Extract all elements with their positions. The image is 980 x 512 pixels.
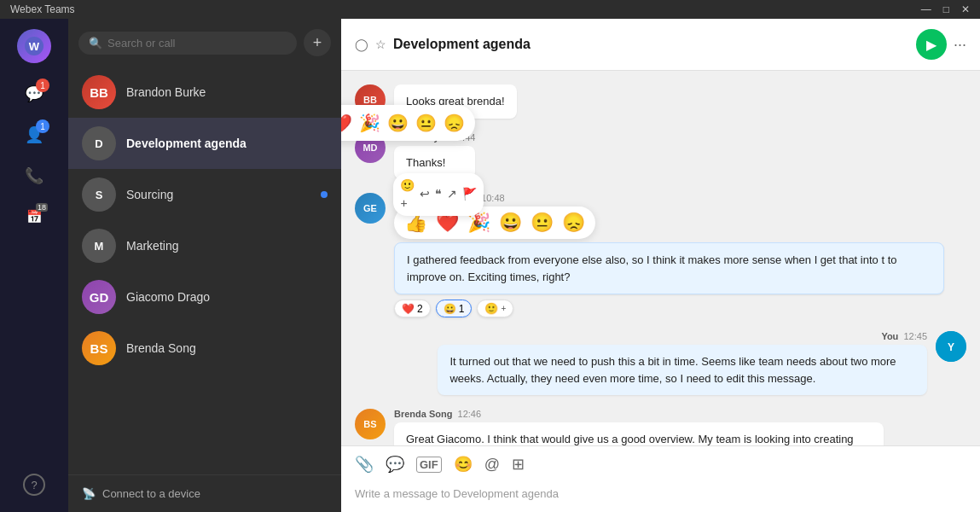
- contact-name-giacomo: Giacomo Drago: [126, 290, 328, 304]
- app-window: Webex Teams — □ ✕ W 💬 1 👤 1: [0, 0, 980, 512]
- attachment-icon[interactable]: 📎: [355, 455, 374, 474]
- contact-name-devagenda: Development agenda: [126, 137, 328, 150]
- search-bar: 🔍 +: [68, 19, 341, 67]
- chat-header-left: ◯ ☆ Development agenda: [355, 37, 531, 52]
- message-content-4: You 12:45 It turned out that we need to …: [438, 331, 927, 395]
- search-icon: 🔍: [89, 37, 102, 49]
- avatar-brenda: BS: [82, 331, 116, 365]
- message-text-4: It turned out that we need to push this …: [449, 355, 896, 385]
- unread-dot-sourcing: [321, 191, 328, 198]
- contact-item-sourcing[interactable]: S Sourcing: [68, 169, 341, 220]
- back-icon[interactable]: ◯: [355, 38, 368, 51]
- window-controls: — □ ✕: [921, 3, 970, 15]
- header-actions: ▶ ···: [916, 29, 966, 60]
- react-neutral[interactable]: 😐: [415, 110, 437, 136]
- emoji-icon[interactable]: 😊: [454, 455, 473, 474]
- sender-name-4: You: [881, 331, 898, 341]
- more-options-button[interactable]: ···: [954, 36, 966, 54]
- message-bubble-4: It turned out that we need to push this …: [438, 345, 927, 395]
- messages-badge: 1: [36, 79, 49, 92]
- sidebar-help-icon[interactable]: ?: [17, 468, 51, 502]
- mention-icon[interactable]: @: [484, 456, 500, 474]
- contact-item-brandon[interactable]: BB Brandon Burke: [68, 67, 341, 118]
- react-smile[interactable]: 😀: [387, 110, 409, 136]
- message-meta-4: You 12:45: [438, 331, 927, 341]
- msg-avatar-4: Y: [936, 331, 966, 362]
- contact-name-brandon: Brandon Burke: [126, 85, 328, 99]
- contact-item-brenda[interactable]: BS Brenda Song: [68, 323, 341, 374]
- chat-title: Development agenda: [393, 37, 531, 52]
- messages-area: BB Looks great brenda! MD Maria Doyle 10…: [341, 71, 980, 445]
- sidebar-meetings-icon[interactable]: 📅 18: [17, 200, 51, 234]
- picker-neutral[interactable]: 😐: [531, 212, 554, 234]
- contact-info-sourcing: Sourcing: [126, 188, 310, 201]
- contact-info-giacomo: Giacomo Drago: [126, 290, 328, 304]
- sidebar-contacts-icon[interactable]: 👤 1: [17, 118, 51, 152]
- contact-panel: 🔍 + BB Brandon Burke D Developmen: [68, 19, 341, 512]
- avatar-marketing: M: [82, 229, 116, 263]
- reply-icon[interactable]: ↩: [420, 185, 430, 203]
- quote-icon[interactable]: ❝: [435, 185, 442, 203]
- sidebar-calls-icon[interactable]: 📞: [17, 159, 51, 193]
- chat-bubble-icon[interactable]: 💬: [386, 455, 404, 474]
- add-reaction-icon[interactable]: 🙂+: [400, 177, 415, 212]
- picker-sad[interactable]: 😞: [562, 212, 585, 234]
- whiteboard-icon[interactable]: ⊞: [512, 455, 525, 474]
- gif-icon[interactable]: GIF: [416, 457, 442, 473]
- window-titlebar: Webex Teams — □ ✕: [0, 0, 980, 19]
- message-time-3: 10:48: [481, 193, 505, 203]
- search-input[interactable]: [107, 37, 287, 49]
- contact-item-giacomo[interactable]: GD Giacomo Drago: [68, 271, 341, 323]
- maximize-button[interactable]: □: [943, 3, 949, 15]
- avatar-giacomo: GD: [82, 280, 116, 314]
- forward-icon[interactable]: ↗: [447, 185, 457, 203]
- connect-device-icon: 📡: [82, 487, 96, 500]
- window-title: Webex Teams: [10, 3, 75, 15]
- minimize-button[interactable]: —: [921, 3, 931, 15]
- message-reactions-3: ❤️2 😀1 🙂+: [394, 300, 944, 317]
- connect-device-label: Connect to a device: [102, 487, 200, 500]
- reaction-smile-1[interactable]: 😀1: [436, 300, 473, 317]
- picker-smile[interactable]: 😀: [499, 212, 522, 234]
- react-sad[interactable]: 😞: [444, 110, 465, 136]
- message-time-5: 12:46: [458, 409, 482, 419]
- close-button[interactable]: ✕: [961, 3, 970, 15]
- flag-icon[interactable]: 🚩: [462, 185, 477, 203]
- search-input-wrap[interactable]: 🔍: [78, 32, 297, 55]
- react-heart[interactable]: ❤️: [341, 110, 352, 136]
- contact-name-sourcing: Sourcing: [126, 188, 310, 201]
- action-toolbar: 🙂+ ↩ ❝ ↗ 🚩: [393, 173, 484, 216]
- sender-name-5: Brenda Song: [394, 409, 452, 419]
- reaction-heart-2[interactable]: ❤️2: [394, 300, 431, 317]
- connect-device-button[interactable]: 📡 Connect to a device: [68, 474, 341, 512]
- message-input-area[interactable]: Write a message to Development agenda: [355, 479, 966, 512]
- video-call-button[interactable]: ▶: [916, 29, 947, 60]
- add-button[interactable]: +: [304, 29, 331, 56]
- contact-info-brandon: Brandon Burke: [126, 85, 328, 99]
- app-logo: W: [17, 29, 51, 63]
- contacts-badge: 1: [36, 119, 49, 133]
- contact-item-devagenda[interactable]: D Development agenda: [68, 118, 341, 169]
- message-bubble-5: Great Giacomo. I think that would give u…: [394, 422, 884, 445]
- contact-list: BB Brandon Burke D Development agenda S: [68, 67, 341, 474]
- reaction-add[interactable]: 🙂+: [477, 300, 513, 317]
- app-body: W 💬 1 👤 1 📞 📅 18 ?: [0, 19, 980, 512]
- star-icon[interactable]: ☆: [375, 38, 386, 51]
- chat-header: ◯ ☆ Development agenda ▶ ···: [341, 19, 980, 71]
- avatar-brandon: BB: [82, 75, 116, 109]
- sidebar-messages-icon[interactable]: 💬 1: [17, 77, 51, 111]
- video-icon: ▶: [926, 37, 937, 53]
- chat-footer: 📎 💬 GIF 😊 @ ⊞ Write a message to Develop…: [341, 445, 980, 512]
- react-party[interactable]: 🎉: [359, 110, 380, 136]
- footer-toolbar: 📎 💬 GIF 😊 @ ⊞: [355, 446, 966, 479]
- contact-name-brenda: Brenda Song: [126, 341, 328, 355]
- message-content-5: Brenda Song 12:46 Great Giacomo. I think…: [394, 409, 884, 445]
- chat-panel: ◯ ☆ Development agenda ▶ ··· BB: [341, 19, 980, 512]
- message-group-5: BS Brenda Song 12:46 Great Giacomo. I th…: [355, 409, 966, 445]
- contact-name-marketing: Marketing: [126, 239, 328, 253]
- svg-text:Y: Y: [948, 341, 954, 353]
- sidebar: W 💬 1 👤 1 📞 📅 18 ?: [0, 19, 68, 512]
- contact-item-marketing[interactable]: M Marketing: [68, 220, 341, 271]
- message-group-4: Y You 12:45 It turned out that we need t…: [355, 331, 966, 395]
- message-input-placeholder: Write a message to Development agenda: [355, 487, 559, 500]
